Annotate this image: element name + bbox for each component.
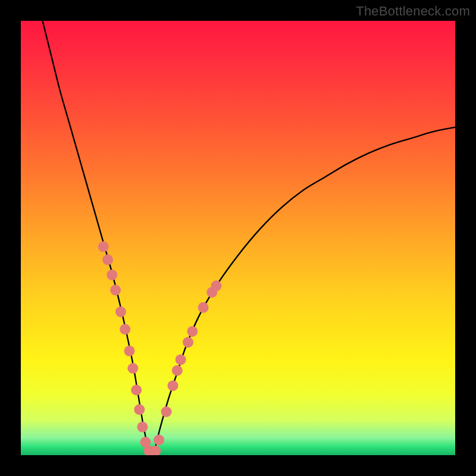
data-marker <box>120 324 130 334</box>
data-marker <box>127 363 138 374</box>
data-marker <box>154 434 164 445</box>
data-marker <box>161 406 172 417</box>
data-marker <box>102 255 113 265</box>
data-marker <box>115 306 126 317</box>
watermark-text: TheBottleneck.com <box>356 4 470 19</box>
data-marker <box>98 242 109 252</box>
data-marker <box>131 385 142 396</box>
bottleneck-curve <box>43 21 456 455</box>
data-marker <box>110 285 121 296</box>
data-marker <box>124 346 135 356</box>
outer-frame: TheBottleneck.com <box>0 0 476 476</box>
data-marker <box>107 270 117 280</box>
data-marker <box>211 280 222 291</box>
plot-area <box>21 21 455 455</box>
data-marker <box>137 422 148 433</box>
marker-group <box>98 242 222 455</box>
data-marker <box>187 326 198 337</box>
data-marker <box>198 302 209 313</box>
chart-svg <box>21 21 455 455</box>
data-marker <box>134 404 145 415</box>
data-marker <box>172 365 183 376</box>
data-marker <box>183 337 193 347</box>
data-marker <box>176 354 186 365</box>
data-marker <box>168 380 178 391</box>
